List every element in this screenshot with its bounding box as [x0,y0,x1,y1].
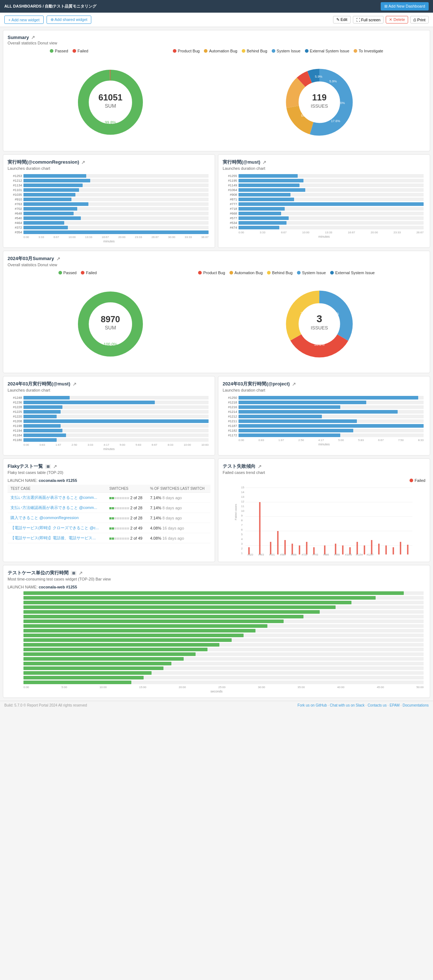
svg-text:14: 14 [241,490,244,494]
svg-text:33.3%: 33.3% [314,342,324,347]
march-donut-row: 8970 SUM 100.0% 3 ISSUES 33.3% 33.3% 33.… [8,281,425,368]
svg-rect-60 [342,546,344,554]
svg-text:1: 1 [241,552,243,555]
add-widget-button[interactable]: + Add new widget [4,16,44,24]
bar-row: #718 [224,207,423,211]
svg-rect-68 [400,542,401,554]
switches-icon [109,527,129,530]
switches-icon [109,497,129,499]
svg-text:#589: #589 [280,554,286,556]
svg-rect-52 [277,531,279,554]
failed-dot [73,49,76,53]
top-header: ALL DASHBOARDS / 自動テスト品質モニタリング ⊞ Add New… [0,0,433,13]
bar-row: #908 [224,193,423,197]
footer-fork-link[interactable]: Fork us on GitHub [298,703,327,707]
svg-text:#531: #531 [269,554,275,556]
legend-right: Product Bug Automation Bug Behind Bug Sy… [173,49,383,53]
trend-widget: テスト失敗傾向 ↗ Failed cases trend chart Faile… [218,458,430,562]
svg-text:#668: #668 [291,554,297,556]
svg-text:#1207: #1207 [366,554,374,556]
footer-build: Build: 5.7.0 © Report Portal 2024 All ri… [4,703,87,707]
duration-common-title: 実行時間(@commonRegression) ↗ [8,159,210,165]
march-summary-title: 2024年03月Summary ↗ [8,255,425,262]
breadcrumb-current: 自動テスト品質モニタリング [45,4,96,8]
flaky-launch-name: LAUNCH NAME: coconala-web #1255 [8,478,210,483]
svg-rect-65 [378,544,380,554]
svg-text:2: 2 [241,547,243,550]
toolbar: + Add new widget ⊕ Add shared widget ✎ E… [0,13,433,27]
svg-rect-66 [385,546,387,554]
bar-row: #871 [224,197,423,201]
legend-row: Passed Failed Product Bug Automation Bug… [8,49,425,56]
svg-text:7: 7 [241,523,243,527]
svg-text:119: 119 [312,92,326,102]
footer-epam-link[interactable]: EPAM [390,703,400,707]
svg-text:33.3%: 33.3% [328,312,338,316]
svg-text:3: 3 [316,313,322,325]
timecost-launch-name: LAUNCH NAME: coconala-web #1255 [8,585,425,589]
svg-text:SUM: SUM [105,325,116,331]
bar-row: #1149 [224,183,423,187]
legend-external: External System Issue [305,49,349,53]
delete-button[interactable]: ✕ Delete [386,16,408,24]
bar-row: #1253 [10,174,209,178]
svg-text:8970: 8970 [101,314,120,324]
add-new-dashboard-button[interactable]: ⊞ Add New Dashboard [381,2,429,11]
switches-icon [109,507,129,509]
toolbar-right: ✎ Edit ⛶ Full screen ✕ Delete ⎙ Print [333,16,429,24]
product-bug-dot [173,49,176,53]
svg-text:99.8%: 99.8% [105,120,116,125]
bar-row: #1035 [10,193,209,197]
svg-text:13: 13 [241,495,244,498]
svg-rect-67 [393,547,394,554]
footer-slack-link[interactable]: Chat with us on Slack [330,703,365,707]
system-issue-dot [272,49,275,53]
legend-passed: Passed [50,49,68,53]
footer-contacts-link[interactable]: Contacts us [368,703,387,707]
switches-icon [109,517,129,519]
svg-text:9: 9 [241,514,243,517]
bar-row: #534 [224,221,423,225]
add-shared-widget-button[interactable]: ⊕ Add shared widget [46,16,92,24]
footer-links: Fork us on GitHub · Chat with us on Slac… [298,703,429,707]
bar-row: #763 [10,202,209,206]
flaky-trend-row: Flakyテスト一覧 ⊞ ↗ Flaky test cases table (T… [3,458,430,562]
toolbar-left: + Add new widget ⊕ Add shared widget [4,16,91,24]
svg-text:12: 12 [241,500,244,503]
footer-doc-link[interactable]: Documentations [403,703,429,707]
table-row: 【電話サービス(即時)】電話後、電話サービス... 2 of 49 4.08% … [8,533,210,543]
donut-left-svg: 61051 SUM 99.8% [75,66,146,138]
summary-widget-title: Summary ↗ [8,35,425,40]
legend-failed: Failed [73,49,89,53]
svg-text:#1154: #1154 [356,554,363,556]
march-must-widget: 2024年03月実行時間(@must) ↗ Launches duration … [3,376,215,455]
legend-investigate: To Investigate [354,49,383,53]
bar-row: #474 [224,226,423,229]
march-donut-svg: 8970 SUM 100.0% [75,288,146,360]
legend-left: Passed Failed [50,49,89,53]
svg-text:3: 3 [241,542,243,546]
march-legend-row: Passed Failed Product Bug Automation Bug… [8,270,425,278]
passed-dot [50,49,53,53]
breadcrumb: ALL DASHBOARDS / 自動テスト品質モニタリング [4,3,96,9]
timecost-widget: テストケース単位の実行時間 ⊞ ↗ Most time-consuming te… [3,565,430,698]
svg-text:33.3%: 33.3% [300,312,310,316]
edit-button[interactable]: ✎ Edit [333,16,351,24]
automation-bug-dot [204,49,208,53]
svg-text:17.6%: 17.6% [331,119,340,123]
table-row: 支払い方法選択画面が表示できること @comm... 2 of 28 7.14%… [8,493,210,503]
print-button[interactable]: ⎙ Print [410,16,429,24]
fullscreen-button[interactable]: ⛶ Full screen [353,16,384,24]
march-project-widget: 2024年03月実行時間(@project) ↗ Launches durati… [218,376,430,455]
bar-row: #372 [10,226,209,229]
svg-rect-59 [335,544,336,554]
svg-text:#463: #463 [259,554,264,556]
svg-text:#793: #793 [312,554,318,556]
march-duration-row: 2024年03月実行時間(@must) ↗ Launches duration … [3,376,430,455]
duration-common-bars: #1253 #1212 #1134 #1101 #1035 #910 #763 … [8,174,210,234]
duration-must-title: 実行時間(@must) ↗ [223,159,425,165]
svg-text:Failed cases: Failed cases [234,504,238,520]
legend-behind-bug: Behind Bug [242,49,267,53]
bar-row: #702 [10,207,209,211]
svg-text:5.9%: 5.9% [329,80,337,83]
